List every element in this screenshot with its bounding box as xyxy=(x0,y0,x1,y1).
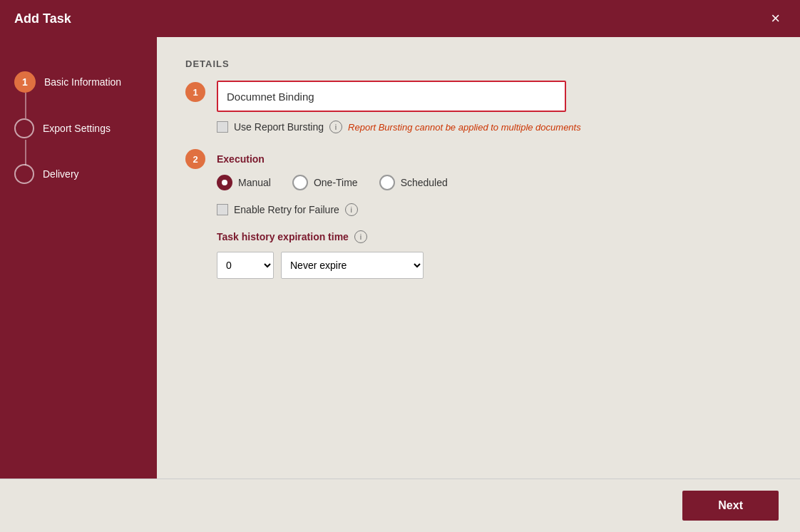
sidebar-label-export-settings: Export Settings xyxy=(43,123,111,134)
sidebar-item-delivery[interactable]: Delivery xyxy=(14,151,143,197)
step1-row: 1 Use Report Bursting i Report Bursting … xyxy=(185,81,771,133)
step2-row: 2 Execution Manual xyxy=(185,148,771,279)
execution-title: Execution xyxy=(217,153,771,165)
radio-scheduled[interactable]: Scheduled xyxy=(379,175,448,190)
task-name-input[interactable] xyxy=(217,81,566,112)
retry-row: Enable Retry for Failure i xyxy=(217,203,771,216)
bursting-row: Use Report Bursting i Report Bursting ca… xyxy=(217,121,771,133)
step2-content: Execution Manual xyxy=(217,148,771,279)
main-content: DETAILS 1 Use Report Bursting i Report B… xyxy=(157,37,800,479)
section-title: DETAILS xyxy=(185,58,771,69)
radio-manual-label: Manual xyxy=(238,177,271,188)
sidebar-step-dot-3 xyxy=(14,164,34,184)
history-info-icon[interactable]: i xyxy=(354,230,367,243)
history-title: Task history expiration time xyxy=(217,231,349,242)
modal-header: Add Task × xyxy=(0,0,800,37)
radio-one-time-outer xyxy=(292,175,308,190)
radio-one-time-label: One-Time xyxy=(314,177,358,188)
history-expire-select[interactable]: Never expire Days Weeks Months xyxy=(281,252,424,279)
modal-body: 1 Basic Information Export Settings Deli… xyxy=(0,37,800,479)
radio-scheduled-label: Scheduled xyxy=(401,177,448,188)
close-button[interactable]: × xyxy=(765,8,786,29)
retry-checkbox[interactable] xyxy=(217,204,228,215)
sidebar-label-delivery: Delivery xyxy=(43,168,79,180)
bursting-label: Use Report Bursting xyxy=(234,121,324,133)
radio-manual-outer xyxy=(217,175,232,190)
step1-content: Use Report Bursting i Report Bursting ca… xyxy=(217,81,771,133)
retry-label: Enable Retry for Failure xyxy=(234,204,339,215)
next-button[interactable]: Next xyxy=(682,491,779,521)
execution-radio-group: Manual One-Time Scheduled xyxy=(217,175,771,190)
step1-badge: 1 xyxy=(185,82,205,102)
radio-manual-inner xyxy=(222,180,227,185)
step2-badge: 2 xyxy=(185,149,205,169)
history-controls: 0 1 2 5 10 Never expire Days Weeks xyxy=(217,252,771,279)
bursting-info-icon[interactable]: i xyxy=(329,121,342,133)
sidebar: 1 Basic Information Export Settings Deli… xyxy=(0,37,157,479)
radio-manual[interactable]: Manual xyxy=(217,175,271,190)
sidebar-step-dot-2 xyxy=(14,118,34,138)
retry-info-icon[interactable]: i xyxy=(345,203,358,216)
radio-one-time[interactable]: One-Time xyxy=(292,175,358,190)
radio-scheduled-outer xyxy=(379,175,395,190)
sidebar-item-export-settings[interactable]: Export Settings xyxy=(14,106,143,151)
history-num-select[interactable]: 0 1 2 5 10 xyxy=(217,252,274,279)
execution-section: Execution Manual xyxy=(217,153,771,279)
use-report-bursting-checkbox[interactable] xyxy=(217,121,228,133)
modal: Add Task × 1 Basic Information Export Se… xyxy=(0,0,800,532)
history-section: Task history expiration time i 0 1 2 5 1… xyxy=(217,230,771,279)
sidebar-item-basic-information[interactable]: 1 Basic Information xyxy=(14,58,143,106)
sidebar-label-basic-information: Basic Information xyxy=(44,76,121,88)
modal-footer: Next xyxy=(0,479,800,532)
sidebar-step-dot-1: 1 xyxy=(14,71,36,93)
history-title-row: Task history expiration time i xyxy=(217,230,771,243)
bursting-warning: Report Bursting cannot be applied to mul… xyxy=(348,122,581,133)
modal-title: Add Task xyxy=(14,11,71,26)
